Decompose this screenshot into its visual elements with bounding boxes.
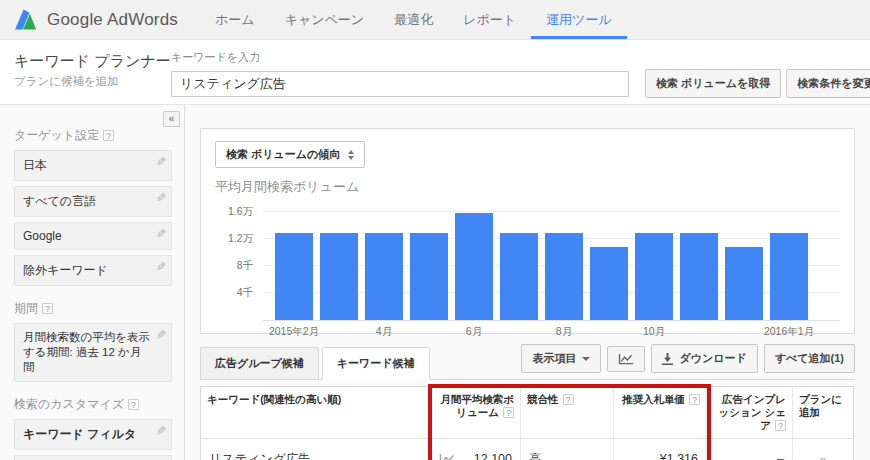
sparkline-icon[interactable] — [439, 453, 456, 460]
help-icon[interactable]: ? — [103, 130, 114, 141]
x-axis-tick-label: 8月 — [556, 325, 572, 339]
bar[interactable] — [410, 233, 448, 320]
keyword-filter-label: キーワード フィルタ — [23, 427, 136, 441]
bar[interactable] — [365, 233, 403, 320]
bar[interactable] — [590, 247, 628, 320]
download-button-label: ダウンロード — [679, 351, 746, 366]
chart-y-axis: 4千8千1.2万1.6万 — [215, 204, 263, 321]
row-competition: 高 — [521, 439, 614, 460]
col-header-add-to-plan-text: プランに追加 — [799, 393, 842, 418]
nav-home[interactable]: ホーム — [200, 0, 270, 39]
period-section-label: 期間 ? — [14, 300, 172, 317]
targeting-section-label: ターゲット設定 ? — [14, 127, 172, 144]
keyword-filter-setting[interactable]: キーワード フィルタ ✎ — [14, 419, 172, 450]
bar[interactable] — [545, 233, 583, 320]
add-to-plan-button[interactable]: » — [819, 452, 826, 460]
bar[interactable] — [455, 213, 493, 320]
pencil-icon[interactable]: ✎ — [156, 328, 166, 343]
change-search-criteria-button[interactable]: 検索条件を変更 — [786, 69, 870, 98]
y-axis-tick-label: 8千 — [237, 259, 253, 273]
brand-name: Google AdWords — [47, 10, 178, 30]
period-label-text: 期間 — [14, 300, 38, 317]
chart-bars: 2015年2月4月6月8月10月2016年1月 — [275, 204, 808, 320]
y-axis-tick-label: 1.6万 — [228, 205, 253, 219]
target-network[interactable]: Google✎ — [14, 222, 172, 250]
y-axis-tick-label: 1.2万 — [228, 232, 253, 246]
adwords-logo-icon — [14, 8, 39, 32]
help-icon[interactable]: ? — [128, 399, 139, 410]
keyword-input[interactable] — [171, 71, 629, 97]
customize-label-text: 検索のカスタマイズ — [14, 396, 124, 413]
target-location[interactable]: 日本✎ — [14, 150, 172, 181]
tab-ad-group-ideas[interactable]: 広告グループ候補 — [200, 347, 319, 380]
add-all-button[interactable]: すべて追加(1) — [764, 344, 855, 373]
pencil-icon[interactable]: ✎ — [156, 191, 166, 205]
date-range-value: 月間検索数の平均を表示する期間: 過去 12 か月間 — [23, 331, 150, 373]
row-impression-share: – — [707, 439, 793, 460]
bar-chart: 4千8千1.2万1.6万 2015年2月4月6月8月10月2016年1月 — [215, 204, 840, 321]
bar-slot-2016年1月: 2016年1月 — [770, 204, 808, 320]
bar-slot-2015年2月: 2015年2月 — [275, 204, 313, 320]
sort-arrows-icon — [348, 150, 354, 160]
download-button[interactable]: ダウンロード — [651, 344, 757, 373]
tab-keyword-ideas[interactable]: キーワード候補 — [322, 347, 430, 380]
help-icon[interactable]: ? — [689, 394, 700, 405]
bar[interactable] — [320, 233, 358, 320]
columns-button-label: 表示項目 — [532, 351, 576, 366]
row-volume-value: 12,100 — [474, 452, 512, 460]
chart-toggle-button[interactable] — [607, 346, 645, 372]
bar-slot-2015年11月 — [680, 204, 718, 320]
bar-slot-2015年6月: 6月 — [455, 204, 493, 320]
col-header-competition[interactable]: 競合性? — [521, 387, 614, 438]
trend-type-dropdown[interactable]: 検索 ボリュームの傾向 — [215, 141, 365, 168]
adwords-logo[interactable]: Google AdWords — [0, 0, 178, 39]
date-range-setting[interactable]: 月間検索数の平均を表示する期間: 過去 12 か月間 ✎ — [14, 323, 172, 382]
table-header-row: キーワード(関連性の高い順) 月間平均検索ボリューム? 競合性? 推奨入札単価?… — [201, 387, 853, 439]
bar[interactable] — [680, 233, 718, 320]
table-row: リスティング広告 12,100 高 ¥1,316 – » — [201, 439, 853, 460]
bar[interactable] — [725, 247, 763, 320]
col-header-volume[interactable]: 月間平均検索ボリューム? — [431, 387, 521, 438]
negative-keywords[interactable]: 除外キーワード✎ — [14, 255, 172, 286]
collapse-sidebar-button[interactable]: « — [163, 111, 180, 127]
line-chart-icon — [618, 353, 634, 365]
pencil-icon[interactable]: ✎ — [156, 227, 166, 241]
targeting-items: 日本✎すべての言語✎Google✎除外キーワード✎ — [14, 150, 172, 286]
pencil-icon[interactable]: ✎ — [156, 155, 166, 169]
help-icon[interactable]: ? — [42, 303, 53, 314]
nav-optimization[interactable]: 最適化 — [379, 0, 448, 39]
search-volume-chart-panel: 検索 ボリュームの傾向 平均月間検索ボリューム 4千8千1.2万1.6万 201… — [200, 128, 855, 334]
col-header-keyword[interactable]: キーワード(関連性の高い順) — [201, 387, 431, 438]
help-icon[interactable]: ? — [503, 407, 514, 418]
nav-campaigns[interactable]: キャンペーン — [270, 0, 380, 39]
top-navigation-bar: Google AdWords ホームキャンペーン最適化レポート運用ツール — [0, 0, 870, 40]
help-icon[interactable]: ? — [775, 420, 786, 431]
help-icon[interactable]: ? — [563, 394, 574, 405]
col-header-keyword-text: キーワード(関連性の高い順) — [207, 393, 341, 405]
pencil-icon[interactable]: ✎ — [156, 260, 166, 274]
bar-slot-2015年12月 — [725, 204, 763, 320]
bar-slot-2015年5月 — [410, 204, 448, 320]
keyword-options-setting[interactable]: キーワード オプション ✎ すべての候補を表示アカウントのキーワードを表示プラン… — [14, 455, 172, 460]
nav-tools[interactable]: 運用ツール — [531, 0, 627, 39]
main-nav: ホームキャンペーン最適化レポート運用ツール — [200, 0, 627, 39]
get-search-volume-button[interactable]: 検索 ボリュームを取得 — [645, 69, 781, 98]
row-volume: 12,100 — [431, 439, 521, 460]
trend-dropdown-label: 検索 ボリュームの傾向 — [226, 147, 340, 162]
pencil-icon[interactable]: ✎ — [156, 424, 166, 438]
keyword-input-label: キーワードを入力 — [171, 50, 870, 65]
col-header-bid[interactable]: 推奨入札単価? — [614, 387, 707, 438]
bar[interactable] — [500, 233, 538, 320]
target-location-label: 日本 — [23, 158, 47, 172]
columns-button[interactable]: 表示項目 — [521, 344, 601, 373]
col-header-impression-share[interactable]: 広告インプレッション シェア? — [707, 387, 793, 438]
results-tabs-row: 広告グループ候補 キーワード候補 表示項目 — [200, 344, 855, 380]
target-language[interactable]: すべての言語✎ — [14, 186, 172, 217]
x-axis-tick-label: 2015年2月 — [269, 325, 319, 339]
nav-reports[interactable]: レポート — [448, 0, 531, 39]
col-header-add-to-plan: プランに追加 — [793, 387, 853, 438]
bar[interactable] — [770, 233, 808, 320]
bar[interactable] — [275, 233, 313, 320]
bar[interactable] — [635, 233, 673, 320]
x-axis-tick-label: 2016年1月 — [764, 325, 814, 339]
